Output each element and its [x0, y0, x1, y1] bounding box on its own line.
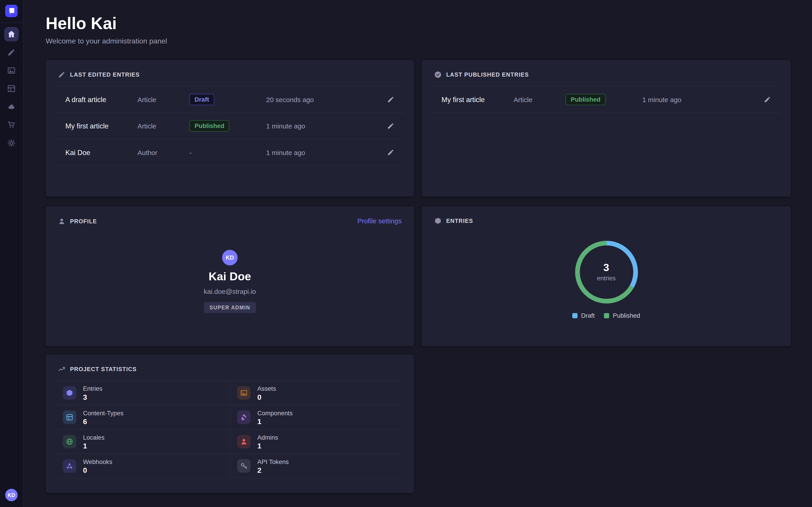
sidebar-item-deploy[interactable] — [4, 100, 18, 114]
table-row[interactable]: My first article Article Published 1 min… — [432, 87, 780, 113]
key-icon — [237, 459, 251, 473]
sidebar-item-marketplace[interactable] — [4, 118, 18, 132]
stat-value: 6 — [83, 418, 123, 425]
entry-time: 1 minute ago — [266, 149, 380, 156]
sidebar-nav — [0, 27, 23, 150]
person-icon — [237, 435, 251, 448]
card-title: PROJECT STATISTICS — [70, 366, 137, 372]
entry-time: 1 minute ago — [266, 122, 380, 130]
stat-content-types: Content-Types6 — [56, 405, 230, 430]
stat-label: Webhooks — [83, 458, 112, 465]
table-row[interactable]: My first article Article Published 1 min… — [56, 113, 404, 139]
statistics-grid: Entries3 Assets0 Content-Types6 Componen… — [56, 380, 404, 478]
edit-entry-button[interactable] — [380, 149, 394, 156]
pen-icon — [7, 48, 15, 57]
entry-kind: Article — [138, 96, 190, 103]
stat-entries: Entries3 — [56, 381, 230, 405]
stat-components: Components1 — [230, 405, 404, 430]
entries-chart: 3 entries Draft Published — [422, 239, 791, 319]
check-circle-icon — [434, 71, 442, 78]
sidebar-divider — [0, 22, 23, 23]
stat-value: 2 — [257, 466, 289, 474]
stat-webhooks: Webhooks0 — [56, 454, 230, 478]
project-statistics-card: PROJECT STATISTICS Entries3 Assets0 Cont… — [46, 354, 414, 493]
last-published-entries-card: LAST PUBLISHED ENTRIES My first article … — [422, 60, 791, 196]
donut-chart: 3 entries — [573, 239, 639, 305]
gear-icon — [7, 139, 15, 147]
strapi-logo-icon — [5, 5, 17, 17]
entry-title: My first article — [442, 96, 514, 103]
stat-value: 0 — [83, 466, 112, 474]
layout-icon — [7, 84, 15, 93]
globe-icon — [63, 435, 76, 448]
stat-label: API Tokens — [257, 458, 289, 465]
stat-label: Admins — [257, 434, 278, 441]
entries-card: ENTRIES 3 entries Draft — [422, 207, 791, 346]
profile-body: KD Kai Doe kai.doe@strapi.io SUPER ADMIN — [46, 250, 414, 313]
cloud-icon — [7, 103, 15, 111]
stat-value: 0 — [257, 393, 276, 401]
sidebar-avatar-initials: KD — [8, 492, 15, 498]
last-published-table: My first article Article Published 1 min… — [432, 86, 780, 113]
image-icon — [237, 386, 251, 400]
card-head: LAST EDITED ENTRIES — [46, 60, 414, 86]
card-title: PROFILE — [70, 218, 97, 224]
edit-entry-button[interactable] — [380, 122, 394, 129]
sidebar-item-home[interactable] — [4, 27, 18, 42]
stat-api-tokens: API Tokens2 — [230, 454, 404, 478]
cube-icon — [63, 386, 76, 400]
sidebar: KD — [0, 0, 23, 507]
draft-swatch — [572, 313, 578, 318]
status-badge: Draft — [190, 94, 214, 105]
last-edited-entries-card: LAST EDITED ENTRIES A draft article Arti… — [46, 60, 414, 196]
entry-kind: Author — [138, 149, 190, 156]
donut-center: 3 entries — [573, 239, 639, 305]
legend-label: Draft — [581, 312, 595, 319]
card-title: LAST PUBLISHED ENTRIES — [446, 71, 529, 78]
edit-entry-button[interactable] — [757, 96, 771, 103]
user-icon — [58, 217, 65, 225]
card-head: PROJECT STATISTICS — [46, 354, 414, 380]
card-head: PROFILE Profile settings — [46, 207, 414, 233]
card-head: ENTRIES — [422, 207, 791, 232]
sidebar-item-media-library[interactable] — [4, 63, 18, 78]
entry-kind: Article — [514, 96, 565, 103]
avatar-initials: KD — [226, 255, 234, 261]
stat-label: Locales — [83, 434, 104, 441]
sidebar-item-settings[interactable] — [4, 136, 18, 150]
table-row[interactable]: A draft article Article Draft 20 seconds… — [56, 87, 404, 113]
edit-entry-button[interactable] — [380, 96, 394, 103]
images-icon — [7, 66, 15, 74]
entry-title: A draft article — [65, 96, 138, 103]
entry-kind: Article — [138, 122, 190, 130]
page-header: Hello Kai Welcome to your administration… — [46, 14, 167, 45]
sidebar-user-avatar[interactable]: KD — [5, 489, 17, 501]
stat-locales: Locales1 — [56, 430, 230, 454]
stat-value: 1 — [257, 418, 293, 425]
legend-item-draft: Draft — [572, 312, 595, 319]
entries-total-label: entries — [597, 275, 615, 282]
pencil-icon — [58, 71, 65, 78]
stat-label: Assets — [257, 385, 276, 392]
table-row[interactable]: Kai Doe Author - 1 minute ago — [56, 139, 404, 166]
page-title: Hello Kai — [46, 14, 167, 33]
sidebar-item-content-type-builder[interactable] — [4, 45, 18, 59]
stat-value: 1 — [83, 442, 104, 449]
cart-icon — [7, 121, 15, 129]
entries-total: 3 — [603, 262, 609, 273]
sidebar-item-content-manager[interactable] — [4, 81, 18, 96]
stat-label: Components — [257, 409, 293, 417]
home-icon — [7, 30, 15, 38]
legend-item-published: Published — [604, 312, 640, 319]
stat-value: 3 — [83, 393, 102, 401]
profile-email: kai.doe@strapi.io — [204, 288, 256, 296]
strapi-logo[interactable] — [5, 5, 17, 17]
stat-label: Entries — [83, 385, 102, 392]
profile-card: PROFILE Profile settings KD Kai Doe kai.… — [46, 207, 414, 346]
page-subtitle: Welcome to your administration panel — [46, 37, 167, 45]
role-badge: SUPER ADMIN — [204, 302, 256, 313]
webhook-icon — [63, 459, 76, 473]
entry-title: My first article — [65, 122, 138, 130]
avatar: KD — [222, 250, 238, 266]
profile-settings-link[interactable]: Profile settings — [357, 217, 402, 225]
